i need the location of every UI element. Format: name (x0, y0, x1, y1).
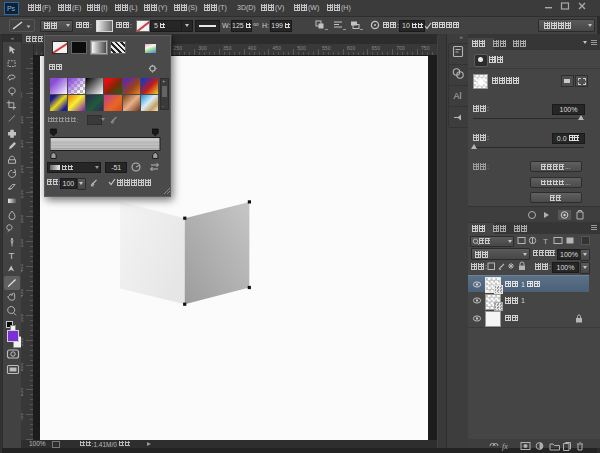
svg-text:T: T (543, 237, 548, 246)
svg-text:Al: Al (453, 91, 461, 101)
svg-text:T: T (9, 250, 15, 261)
svg-text:fx: fx (502, 442, 508, 451)
